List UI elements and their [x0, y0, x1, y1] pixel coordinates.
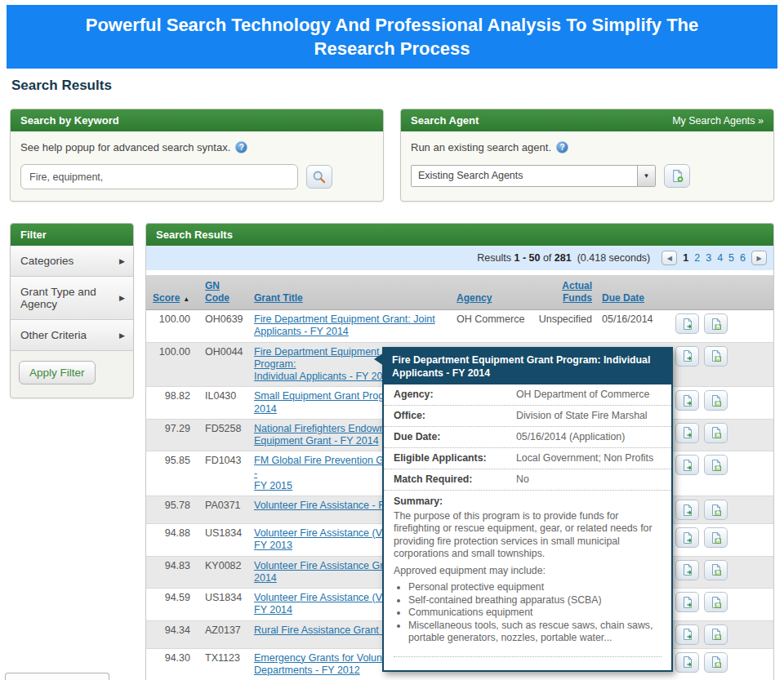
agent-panel-header: Search Agent My Search Agents »: [401, 109, 773, 131]
tooltip-field-label: Agency:: [394, 389, 516, 401]
tooltip-bullet: Personal protective equipment: [408, 581, 662, 594]
results-count: Results 1 - 50 of 281 (0.418 seconds): [477, 252, 650, 264]
existing-agents-select[interactable]: Existing Search Agents ▼: [411, 165, 656, 187]
export-grant-button[interactable]: [675, 560, 699, 580]
save-grant-button[interactable]: [704, 592, 728, 612]
tooltip-field-label: Office:: [394, 410, 516, 422]
tooltip-field-value: 05/16/2014 (Application): [516, 431, 662, 443]
save-grant-button[interactable]: [704, 500, 728, 520]
row-score: 94.34: [146, 621, 198, 648]
save-grant-button[interactable]: [704, 455, 728, 475]
tooltip-field: Match Required: No: [384, 469, 671, 491]
prev-page-button[interactable]: ◀: [662, 251, 677, 265]
tooltip-field-label: Due Date:: [394, 431, 516, 443]
row-gn-code: TX1123: [198, 649, 247, 680]
chevron-right-icon: ▶: [119, 331, 125, 340]
top-panels: Search by Keyword See help popup for adv…: [10, 109, 774, 202]
column-gn-code[interactable]: GN Code: [205, 280, 229, 304]
row-score: 95.85: [146, 451, 198, 496]
page-link[interactable]: 2: [694, 252, 700, 264]
apply-filter-button[interactable]: Apply Filter: [19, 361, 96, 384]
row-gn-code: FD5258: [198, 420, 247, 451]
keyword-search-button[interactable]: [306, 165, 332, 189]
new-search-agent-button[interactable]: [664, 164, 690, 188]
document-save-icon: [710, 563, 723, 576]
row-score: 98.82: [146, 387, 198, 419]
document-export-icon: [681, 563, 694, 576]
column-grant-title[interactable]: Grant Title: [254, 292, 303, 304]
save-grant-button[interactable]: [704, 560, 728, 580]
document-save-icon: [710, 628, 723, 641]
save-grant-button[interactable]: [704, 423, 728, 443]
keyword-panel-title: Search by Keyword: [20, 114, 119, 127]
export-grant-button[interactable]: [675, 390, 699, 411]
tooltip-field-label: Eligible Applicants:: [394, 452, 516, 464]
row-score: 100.00: [146, 343, 198, 387]
page-link[interactable]: 6: [740, 252, 746, 264]
page-link[interactable]: 3: [706, 252, 711, 264]
next-page-button[interactable]: ▶: [751, 251, 767, 265]
current-page: 1: [683, 252, 688, 264]
column-due-date[interactable]: Due Date: [602, 292, 644, 304]
document-save-icon: [710, 531, 723, 544]
row-actual-funds: Unspecified: [530, 310, 595, 342]
keyword-panel-header: Search by Keyword: [11, 109, 383, 131]
filter-item-label: Other Criteria: [20, 329, 87, 341]
row-gn-code: US1834: [198, 589, 247, 620]
filter-item[interactable]: Grant Type and Agency ▶: [11, 277, 133, 320]
column-score[interactable]: Score: [153, 292, 180, 304]
tooltip-field-value: Division of State Fire Marshal: [516, 410, 662, 422]
export-grant-button[interactable]: [675, 455, 699, 475]
save-grant-button[interactable]: [704, 624, 728, 645]
corner-widget[interactable]: [5, 673, 109, 680]
help-icon[interactable]: ?: [235, 141, 247, 153]
filter-item[interactable]: Categories ▶: [11, 246, 133, 277]
tooltip-fields: Agency: OH Department of Commerce Office…: [384, 384, 671, 491]
save-grant-button[interactable]: [704, 346, 728, 367]
row-score: 95.78: [146, 496, 198, 523]
export-grant-button[interactable]: [675, 652, 699, 673]
keyword-search-input[interactable]: [20, 164, 298, 189]
tooltip-bullet-list: Personal protective equipmentSelf-contai…: [397, 581, 662, 645]
save-grant-button[interactable]: [704, 652, 728, 673]
row-agency: OH Commerce: [450, 310, 530, 342]
export-grant-button[interactable]: [675, 624, 699, 645]
document-save-icon: [710, 459, 723, 472]
grant-title-link[interactable]: National Firefighters Endowment Equipmen…: [254, 423, 402, 447]
results-panel-title: Search Results: [146, 224, 773, 246]
row-score: 94.83: [146, 557, 198, 589]
help-icon[interactable]: ?: [556, 141, 568, 153]
agent-panel: Search Agent My Search Agents » Run an e…: [400, 109, 774, 202]
document-save-icon: [710, 394, 723, 407]
filter-item[interactable]: Other Criteria ▶: [11, 320, 133, 351]
save-grant-button[interactable]: [704, 527, 728, 548]
export-grant-button[interactable]: [675, 592, 699, 612]
document-export-icon: [681, 394, 694, 407]
grant-title-link[interactable]: Fire Department Equipment Grant: Joint A…: [254, 313, 435, 337]
page-link[interactable]: 4: [717, 252, 723, 264]
page-link[interactable]: 5: [728, 252, 734, 264]
export-grant-button[interactable]: [675, 500, 699, 520]
tooltip-field: Agency: OH Department of Commerce: [384, 384, 671, 406]
export-grant-button[interactable]: [675, 423, 699, 443]
tooltip-field-value: Local Government; Non Profits: [516, 452, 662, 464]
select-caret-icon[interactable]: ▼: [637, 166, 655, 186]
column-actual-funds[interactable]: Actual Funds: [562, 280, 592, 304]
pagination: ◀ 1 23456 ▶: [662, 251, 767, 265]
document-export-icon: [681, 459, 694, 472]
column-header-row: Score ▲ GN Code Grant Title Agency Actua…: [146, 275, 773, 310]
my-search-agents-link[interactable]: My Search Agents »: [672, 115, 764, 127]
tooltip-field-value: OH Department of Commerce: [516, 389, 662, 401]
row-score: 100.00: [146, 310, 198, 342]
row-score: 94.59: [146, 589, 198, 620]
export-grant-button[interactable]: [675, 527, 699, 548]
row-due-date: 05/16/2014: [595, 310, 669, 342]
tooltip-bullet: Communications equipment: [408, 607, 662, 620]
export-grant-button[interactable]: [675, 313, 699, 334]
save-grant-button[interactable]: [704, 390, 728, 411]
column-agency[interactable]: Agency: [457, 292, 492, 304]
row-gn-code: US1834: [198, 524, 247, 556]
document-export-icon: [681, 596, 694, 609]
save-grant-button[interactable]: [704, 313, 728, 334]
export-grant-button[interactable]: [675, 346, 699, 367]
